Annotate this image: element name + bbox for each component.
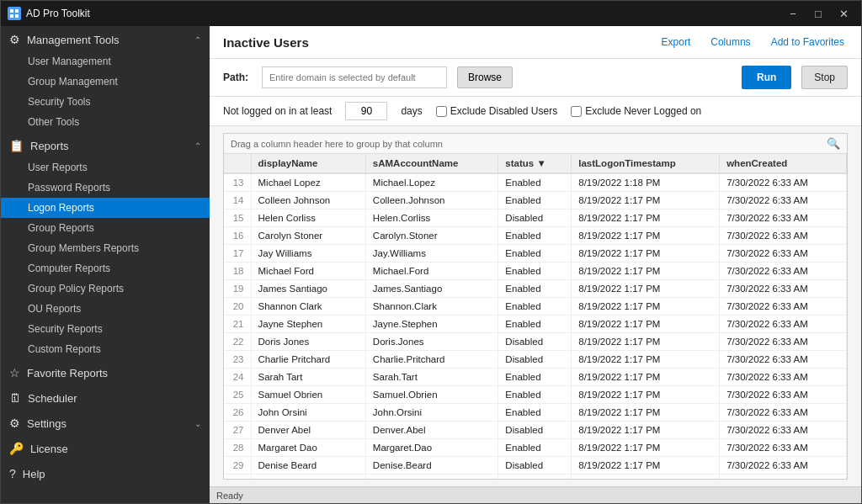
table-row[interactable]: 18 Michael Ford Michael.Ford Enabled 8/1… <box>224 263 847 280</box>
cell-whencreated: 7/30/2022 6:33 AM <box>720 333 847 351</box>
table-row[interactable]: 24 Sarah Tart Sarah.Tart Enabled 8/19/20… <box>224 369 847 386</box>
cell-displayname: Michael Ford <box>251 263 365 280</box>
sidebar-item-other-tools[interactable]: Other Tools <box>1 112 210 132</box>
table-row[interactable]: 16 Carolyn Stoner Carolyn.Stoner Enabled… <box>224 227 847 245</box>
cell-status: Enabled <box>498 316 572 333</box>
sidebar-section-favorite-reports[interactable]: ☆ Favorite Reports <box>1 359 210 385</box>
table-row[interactable]: 30 Laura Hastings Laura.Hastings Enabled… <box>224 475 847 480</box>
cell-status: Disabled <box>498 422 572 439</box>
sidebar-item-logon-reports[interactable]: Logon Reports <box>1 198 210 218</box>
sidebar-item-password-reports[interactable]: Password Reports <box>1 178 210 198</box>
sidebar-item-custom-reports[interactable]: Custom Reports <box>1 339 210 359</box>
table-row[interactable]: 26 John Orsini John.Orsini Enabled 8/19/… <box>224 404 847 422</box>
sidebar-item-group-management[interactable]: Group Management <box>1 72 210 92</box>
sidebar-item-user-reports[interactable]: User Reports <box>1 157 210 178</box>
sidebar-item-group-reports[interactable]: Group Reports <box>1 218 210 238</box>
close-button[interactable]: ✕ <box>833 5 854 22</box>
cell-rownum: 13 <box>224 173 251 192</box>
table-search-button[interactable]: 🔍 <box>827 137 840 150</box>
table-row[interactable]: 28 Margaret Dao Margaret.Dao Enabled 8/1… <box>224 439 847 457</box>
sidebar-item-group-policy-reports[interactable]: Group Policy Reports <box>1 279 210 299</box>
table-row[interactable]: 21 Jayne Stephen Jayne.Stephen Enabled 8… <box>224 316 847 333</box>
cell-lastlogon: 8/19/2022 1:17 PM <box>572 245 720 263</box>
cell-displayname: Helen Corliss <box>251 210 365 227</box>
cell-lastlogon: 8/19/2022 1:17 PM <box>572 404 720 422</box>
sidebar-section-help[interactable]: ? Help <box>1 460 210 485</box>
stop-button[interactable]: Stop <box>801 66 848 89</box>
cell-displayname: Charlie Pritchard <box>251 351 365 369</box>
cell-whencreated: 7/30/2022 6:33 AM <box>720 404 847 422</box>
run-button[interactable]: Run <box>742 66 791 89</box>
table-row[interactable]: 22 Doris Jones Doris.Jones Disabled 8/19… <box>224 333 847 351</box>
sidebar-item-security-tools[interactable]: Security Tools <box>1 92 210 112</box>
drag-hint-text: Drag a column header here to group by th… <box>231 139 443 149</box>
table-row[interactable]: 14 Colleen Johnson Colleen.Johnson Enabl… <box>224 192 847 210</box>
exclude-disabled-label[interactable]: Exclude Disabled Users <box>436 105 557 117</box>
cell-samaccountname: Michael.Ford <box>365 263 498 280</box>
col-header-samaccountname[interactable]: sAMAccountName <box>365 154 498 173</box>
table-row[interactable]: 27 Denver Abel Denver.Abel Disabled 8/19… <box>224 422 847 439</box>
cell-samaccountname: Colleen.Johnson <box>365 192 498 210</box>
exclude-disabled-checkbox[interactable] <box>436 106 447 117</box>
export-button[interactable]: Export <box>658 34 694 50</box>
status-text: Ready <box>216 491 243 501</box>
exclude-never-loggedon-checkbox[interactable] <box>571 106 582 117</box>
col-header-displayname[interactable]: displayName <box>251 154 365 173</box>
cell-samaccountname: Doris.Jones <box>365 333 498 351</box>
sidebar-section-license[interactable]: 🔑 License <box>1 435 210 460</box>
cell-samaccountname: Michael.Lopez <box>365 173 498 192</box>
cell-displayname: Denise Beard <box>251 457 365 475</box>
sidebar-item-group-members-reports[interactable]: Group Members Reports <box>1 238 210 258</box>
add-to-favorites-button[interactable]: Add to Favorites <box>768 34 848 50</box>
cell-samaccountname: Denver.Abel <box>365 422 498 439</box>
table-row[interactable]: 17 Jay Williams Jay.Williams Enabled 8/1… <box>224 245 847 263</box>
table-row[interactable]: 29 Denise Beard Denise.Beard Disabled 8/… <box>224 457 847 475</box>
sidebar-section-scheduler[interactable]: 🗓 Scheduler <box>1 385 210 410</box>
cell-samaccountname: Samuel.Obrien <box>365 386 498 404</box>
path-input[interactable] <box>262 66 447 88</box>
sidebar-section-settings[interactable]: ⚙ Settings ⌄ <box>1 410 210 435</box>
columns-button[interactable]: Columns <box>707 34 753 50</box>
sidebar-section-label-help: Help <box>23 468 45 480</box>
table-row[interactable]: 23 Charlie Pritchard Charlie.Pritchard D… <box>224 351 847 369</box>
sidebar-section-label-scheduler: Scheduler <box>28 392 77 405</box>
col-header-whencreated[interactable]: whenCreated <box>720 154 847 173</box>
window-controls: − □ ✕ <box>782 5 854 22</box>
exclude-never-loggedon-label[interactable]: Exclude Never Logged on <box>571 105 701 117</box>
header-actions: Export Columns Add to Favorites <box>658 34 848 50</box>
cell-status: Disabled <box>498 333 572 351</box>
cell-rownum: 14 <box>224 192 251 210</box>
license-icon: 🔑 <box>9 442 24 455</box>
cell-whencreated: 7/30/2022 6:33 AM <box>720 439 847 457</box>
table-row[interactable]: 13 Michael Lopez Michael.Lopez Enabled 8… <box>224 173 847 192</box>
app-window: AD Pro Toolkit − □ ✕ ⚙ Management Tools … <box>0 0 862 504</box>
cell-lastlogon: 8/19/2022 1:17 PM <box>572 280 720 298</box>
maximize-button[interactable]: □ <box>807 5 829 22</box>
sidebar-section-management-tools[interactable]: ⚙ Management Tools ⌃ <box>1 26 210 51</box>
settings-icon: ⚙ <box>9 416 20 430</box>
table-row[interactable]: 15 Helen Corliss Helen.Corliss Disabled … <box>224 210 847 227</box>
cell-displayname: Jayne Stephen <box>251 316 365 333</box>
sidebar-item-ou-reports[interactable]: OU Reports <box>1 299 210 319</box>
table-row[interactable]: 20 Shannon Clark Shannon.Clark Enabled 8… <box>224 298 847 316</box>
minimize-button[interactable]: − <box>782 5 804 22</box>
cell-rownum: 24 <box>224 369 251 386</box>
page-title: Inactive Users <box>223 35 309 50</box>
cell-rownum: 17 <box>224 245 251 263</box>
cell-rownum: 20 <box>224 298 251 316</box>
col-header-status[interactable]: status ▼ <box>498 154 572 173</box>
sidebar-section-reports[interactable]: 📋 Reports ⌃ <box>1 132 210 157</box>
cell-displayname: Doris Jones <box>251 333 365 351</box>
col-header-lastlogon[interactable]: lastLogonTimestamp <box>572 154 720 173</box>
cell-status: Enabled <box>498 369 572 386</box>
sidebar-item-computer-reports[interactable]: Computer Reports <box>1 258 210 279</box>
browse-button[interactable]: Browse <box>457 66 513 88</box>
data-table[interactable]: displayName sAMAccountName status ▼ last… <box>224 154 847 479</box>
table-row[interactable]: 25 Samuel Obrien Samuel.Obrien Enabled 8… <box>224 386 847 404</box>
cell-displayname: Carolyn Stoner <box>251 227 365 245</box>
table-row[interactable]: 19 James Santiago James.Santiago Enabled… <box>224 280 847 298</box>
main-content: Inactive Users Export Columns Add to Fav… <box>210 26 861 503</box>
days-input[interactable] <box>345 102 387 120</box>
sidebar-item-security-reports[interactable]: Security Reports <box>1 319 210 339</box>
sidebar-item-user-management[interactable]: User Management <box>1 51 210 72</box>
